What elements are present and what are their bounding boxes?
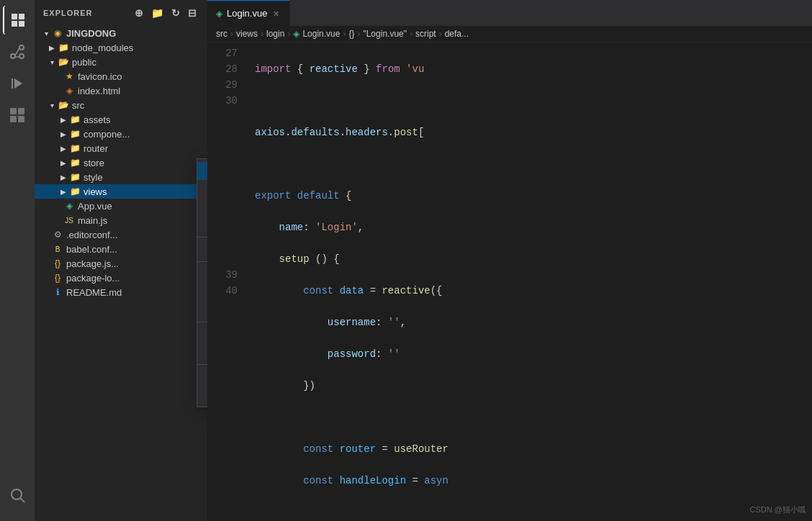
tab-label: Login.vue [227, 8, 267, 19]
sidebar-item-readme[interactable]: ℹ README.md [35, 285, 207, 299]
vue-file-icon: ◈ [63, 200, 75, 212]
new-file-icon[interactable]: ⊕ [133, 6, 145, 20]
svg-line-3 [15, 48, 19, 55]
breadcrumb-login-vue[interactable]: Login.vue [302, 29, 340, 39]
folder-label: node_modules [72, 42, 207, 53]
svg-rect-9 [10, 116, 17, 122]
breadcrumb-braces[interactable]: {} [348, 29, 354, 39]
menu-separator-4 [197, 364, 207, 365]
context-menu-find-folder[interactable]: Find in Folder... ⌥⇧F [197, 240, 207, 258]
svg-rect-10 [18, 116, 24, 122]
breadcrumb-vue-icon: ◈ [293, 29, 299, 39]
project-chevron-icon: ▾ [40, 27, 52, 39]
folder-open-icon: 📂 [58, 99, 69, 111]
sidebar-item-views[interactable]: ▶ 📁 views [35, 184, 207, 199]
breadcrumb-sep-7: › [439, 29, 442, 39]
activity-bar [0, 0, 35, 521]
file-label: App.vue [78, 201, 207, 212]
file-label: .editorconf... [66, 230, 207, 240]
config-file-icon: ⚙ [52, 229, 63, 240]
sidebar-header-icons: ⊕ 📁 ↻ ⊟ [133, 6, 199, 20]
sidebar-item-router[interactable]: ▶ 📁 router [35, 141, 207, 155]
file-label: index.html [78, 86, 207, 96]
breadcrumb-views[interactable]: views [236, 29, 258, 39]
file-label: package-lo... [66, 273, 207, 284]
sidebar-item-babel[interactable]: B babel.conf... [35, 242, 207, 256]
folder-icon: 📁 [69, 142, 81, 154]
context-menu-new-file[interactable]: New File [197, 162, 207, 180]
sidebar-item-favicon[interactable]: ★ favicon.ico [35, 69, 207, 83]
menu-separator-2 [197, 261, 207, 262]
code-editor[interactable]: 27 28 29 30 39 40 import { reactive } fr… [207, 42, 812, 521]
breadcrumb-login[interactable]: login [266, 29, 284, 39]
folder-chevron-icon: ▾ [46, 99, 58, 111]
sidebar-item-src[interactable]: ▾ 📂 src [35, 98, 207, 112]
project-root[interactable]: ▾ ◉ JINGDONG [35, 26, 207, 40]
folder-chevron-icon: ▶ [58, 128, 69, 140]
file-icon: ★ [63, 71, 75, 82]
file-label: main.js [78, 215, 207, 226]
breadcrumb: src › views › login › ◈ Login.vue › {} ›… [207, 26, 812, 42]
folder-chevron-icon: ▶ [58, 171, 69, 183]
svg-point-2 [19, 54, 24, 58]
folder-icon: 📁 [69, 186, 81, 197]
folder-label: views [84, 186, 207, 197]
collapse-icon[interactable]: ⊟ [186, 6, 199, 20]
sidebar-item-public[interactable]: ▾ 📂 public [35, 55, 207, 69]
breadcrumb-sep-5: › [357, 29, 360, 39]
run-activity-icon[interactable] [3, 69, 32, 98]
sidebar-item-index-html[interactable]: ◈ index.html [35, 83, 207, 98]
search-activity-icon[interactable] [3, 481, 32, 509]
folder-label: style [84, 172, 207, 183]
folder-label: store [84, 158, 207, 168]
context-menu-new-folder[interactable]: New Folder [197, 180, 207, 198]
svg-point-11 [12, 489, 22, 499]
context-menu-copy[interactable]: Copy ⌘C [197, 283, 207, 301]
file-label: babel.conf... [66, 244, 207, 255]
refresh-icon[interactable]: ↻ [170, 6, 182, 20]
context-menu-cut[interactable]: Cut ⌘X [197, 265, 207, 283]
sidebar-item-node_modules[interactable]: ▶ 📁 node_modules [35, 40, 207, 55]
sidebar-item-style[interactable]: ▶ 📁 style [35, 170, 207, 184]
file-label: README.md [66, 287, 207, 298]
breadcrumb-defa[interactable]: defa... [445, 29, 469, 39]
babel-file-icon: B [52, 243, 63, 255]
sidebar-item-package-lock[interactable]: {} package-lo... [35, 271, 207, 285]
sidebar-item-components[interactable]: ▶ 📁 compone... [35, 127, 207, 141]
context-menu-rename[interactable]: Rename ↵ [197, 368, 207, 386]
explorer-activity-icon[interactable] [3, 6, 32, 35]
sidebar-item-store[interactable]: ▶ 📁 store [35, 155, 207, 170]
svg-rect-8 [18, 108, 24, 114]
folder-chevron-icon: ▶ [58, 114, 69, 125]
context-menu-open-terminal[interactable]: Open in Integrated Terminal [197, 216, 207, 234]
tab-login-vue[interactable]: ◈ Login.vue × [207, 0, 290, 26]
context-menu-delete[interactable]: Delete ⌘⌫ [197, 386, 207, 404]
context-menu-reveal-finder[interactable]: Reveal in Finder ⌃⌘R [197, 198, 207, 216]
context-menu-paste[interactable]: Paste ⌘V [197, 301, 207, 319]
extensions-activity-icon[interactable] [3, 101, 32, 130]
file-label: package.js... [66, 258, 207, 269]
breadcrumb-login-vue-str[interactable]: "Login.vue" [363, 29, 407, 39]
context-menu-copy-path[interactable]: Copy Path ⌥⌘C [197, 325, 207, 343]
breadcrumb-sep-2: › [261, 29, 263, 39]
json-file-icon: {} [52, 258, 63, 269]
folder-icon: 📁 [69, 157, 81, 168]
sidebar-item-assets[interactable]: ▶ 📁 assets [35, 112, 207, 127]
svg-point-1 [19, 45, 24, 50]
sidebar-item-app-vue[interactable]: ◈ App.vue [35, 199, 207, 213]
context-menu-copy-relative[interactable]: Copy Relative Path ⌥⇧⌘C [197, 343, 207, 361]
sidebar-item-main-js[interactable]: JS main.js [35, 213, 207, 227]
breadcrumb-sep-3: › [287, 29, 290, 39]
breadcrumb-sep-1: › [230, 29, 233, 39]
new-folder-icon[interactable]: 📁 [150, 6, 166, 20]
source-control-activity-icon[interactable] [3, 37, 32, 66]
folder-icon: 📁 [58, 42, 69, 53]
tab-close-icon[interactable]: × [271, 8, 280, 19]
sidebar-item-editorconfig[interactable]: ⚙ .editorconf... [35, 227, 207, 242]
breadcrumb-src[interactable]: src [216, 29, 227, 39]
sidebar-item-package-json[interactable]: {} package.js... [35, 256, 207, 271]
vue-tab-icon: ◈ [216, 9, 222, 19]
folder-icon: 📁 [69, 128, 81, 140]
folder-icon: 📁 [69, 171, 81, 183]
breadcrumb-script[interactable]: script [415, 29, 436, 39]
